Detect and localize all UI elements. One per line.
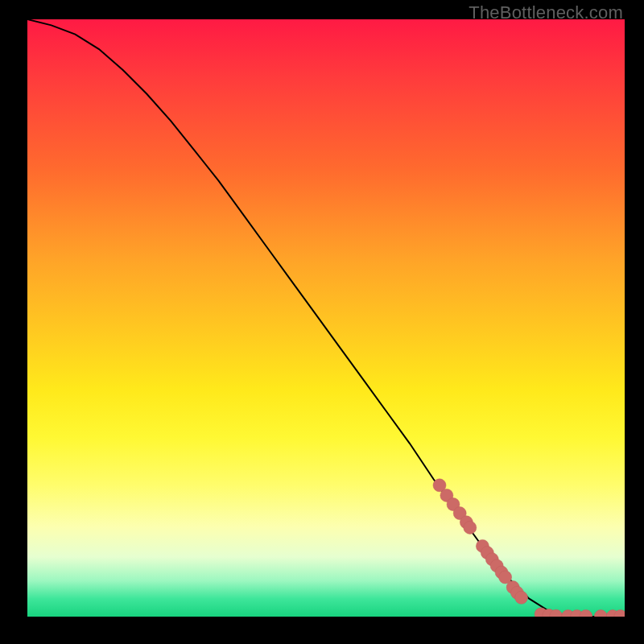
plot-area — [27, 19, 625, 617]
scatter-dots — [433, 479, 625, 617]
bottleneck-curve — [27, 19, 625, 617]
scatter-dot — [515, 591, 528, 604]
scatter-dot — [464, 521, 477, 534]
chart-svg — [27, 19, 625, 617]
watermark-text: TheBottleneck.com — [469, 2, 623, 23]
scatter-dot — [580, 610, 592, 617]
scatter-dot — [594, 610, 607, 617]
chart-frame: TheBottleneck.com — [0, 0, 644, 644]
